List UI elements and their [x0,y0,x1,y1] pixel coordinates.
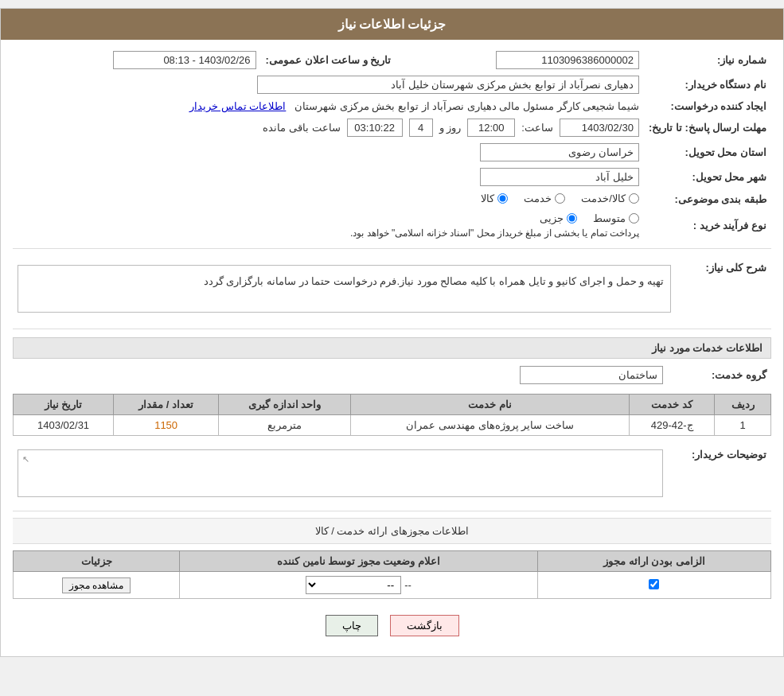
description-value: تهیه و حمل و اجرای کانیو و تایل همراه با… [13,255,676,322]
deadline-remaining-label: ساعت باقی مانده [263,122,340,134]
need-number-box: 1103096386000002 [496,51,639,69]
page-header: جزئیات اطلاعات نیاز [1,9,783,40]
city-value: خلیل آباد [13,165,644,189]
divider-3 [13,511,771,511]
buyer-org-box: دهیاری نصرآباد از توابع بخش مرکزی شهرستا… [257,76,639,94]
services-col-date: تاریخ نیاز [14,395,114,415]
page-wrapper: جزئیات اطلاعات نیاز شماره نیاز: 11030963… [0,8,784,657]
group-label: گروه خدمت: [668,363,771,387]
buyer-org-value: دهیاری نصرآباد از توابع بخش مرکزی شهرستا… [13,72,644,97]
permit-required-cell [537,572,770,599]
description-box: تهیه و حمل و اجرای کانیو و تایل همراه با… [18,265,671,313]
deadline-remaining-box: 03:10:22 [347,119,403,137]
category-khadamat-radio[interactable] [555,193,565,204]
process-label: نوع فرآیند خرید : [644,209,771,242]
process-motovaset-label: متوسط [593,212,626,224]
services-col-row: ردیف [715,395,771,415]
category-kala-khadamat-option[interactable]: کالا/خدمت [581,192,639,204]
permit-status-dropdown[interactable]: -- [306,576,401,594]
services-section-title: اطلاعات خدمات مورد نیاز [13,337,771,359]
process-note: پرداخت تمام یا بخشی از مبلغ خریداز محل "… [350,227,639,239]
category-khadamat-label: خدمت [524,192,552,204]
process-motovaset-radio[interactable] [629,213,639,224]
deadline-days-label: روز و [439,122,462,134]
table-row: -- -- مشاهده مجوز [14,572,771,599]
permit-col-required: الزامی بودن ارائه مجوز [537,551,770,572]
print-button[interactable]: چاپ [326,615,378,636]
announce-datetime-box: 1403/02/26 - 08:13 [113,51,256,69]
province-box: خراسان رضوی [480,143,639,161]
deadline-time-box: 12:00 [467,119,515,137]
buyer-notes-box: ↖ [18,449,663,497]
services-col-qty: تعداد / مقدار [114,395,219,415]
need-number-label: شماره نیاز: [644,48,771,72]
category-row: کالا/خدمت خدمت کالا [13,189,644,209]
description-table: شرح کلی نیاز: تهیه و حمل و اجرای کانیو و… [13,255,771,322]
view-permit-button[interactable]: مشاهده مجوز [62,577,131,593]
need-number-value: 1103096386000002 [396,48,644,72]
services-col-name: نام خدمت [351,395,630,415]
buyer-org-label: نام دستگاه خریدار: [644,72,771,97]
permit-status-cell: -- -- [180,572,538,599]
back-button[interactable]: بازگشت [390,615,459,636]
table-row: 1 ج-42-429 ساخت سایر پروژه‌های مهندسی عم… [14,415,771,436]
creator-text: شیما شجیعی کارگر مسئول مالی دهیاری نصرآب… [294,100,639,112]
description-label: شرح کلی نیاز: [676,255,771,322]
permit-table: الزامی بودن ارائه مجوز اعلام وضعیت مجوز … [13,550,771,599]
process-jozi-label: جزیی [540,212,564,224]
announce-datetime-label: تاریخ و ساعت اعلان عمومی: [261,48,396,72]
process-row: متوسط جزیی پرداخت تمام یا بخشی از مبلغ خ… [13,209,644,242]
permit-section-title: اطلاعات مجوزهای ارائه خدمت / کالا [13,518,771,544]
permit-col-details: جزئیات [14,551,180,572]
process-jozi-radio[interactable] [567,213,577,224]
process-motovaset-option[interactable]: متوسط [593,212,639,224]
city-box: خلیل آباد [480,168,639,186]
deadline-row: 1403/02/30 ساعت: 12:00 روز و 4 03:10:22 … [13,115,644,140]
creator-value: شیما شجیعی کارگر مسئول مالی دهیاری نصرآب… [13,97,644,115]
content-area: شماره نیاز: 1103096386000002 تاریخ و ساع… [1,40,783,656]
cell-name: ساخت سایر پروژه‌های مهندسی عمران [351,415,630,436]
process-jozi-option[interactable]: جزیی [540,212,577,224]
creator-label: ایجاد کننده درخواست: [644,97,771,115]
announce-datetime-value: 1403/02/26 - 08:13 [13,48,261,72]
category-khadamat-option[interactable]: خدمت [524,192,565,204]
buyer-notes-label: توضیحات خریدار: [668,442,771,504]
city-label: شهر محل تحویل: [644,165,771,189]
deadline-label: مهلت ارسال پاسخ: تا تاریخ: [644,115,771,140]
province-value: خراسان رضوی [13,140,644,165]
page-title: جزئیات اطلاعات نیاز [338,17,447,31]
permit-status-text: -- [404,579,412,591]
category-kala-label: کالا [481,192,494,204]
buyer-notes-table: توضیحات خریدار: ↖ [13,442,771,504]
divider-1 [13,248,771,249]
category-kala-khadamat-label: کالا/خدمت [581,192,626,204]
cell-code: ج-42-429 [629,415,714,436]
permit-section-label: اطلاعات مجوزهای ارائه خدمت / کالا [315,525,470,537]
permit-required-checkbox[interactable] [649,579,659,589]
cell-unit: مترمربع [219,415,351,436]
province-label: استان محل تحویل: [644,140,771,165]
category-kala-option[interactable]: کالا [481,192,508,204]
deadline-days-box: 4 [409,119,433,137]
category-label: طبقه بندی موضوعی: [644,189,771,209]
permit-col-status: اعلام وضعیت مجوز توسط نامین کننده [180,551,538,572]
services-col-code: کد خدمت [629,395,714,415]
divider-2 [13,329,771,329]
services-col-unit: واحد اندازه گیری [219,395,351,415]
group-value: ساختمان [13,363,668,387]
cell-date: 1403/02/31 [14,415,114,436]
deadline-date-box: 1403/02/30 [560,119,639,137]
deadline-time-label: ساعت: [521,122,553,134]
group-table: گروه خدمت: ساختمان [13,363,771,387]
group-box: ساختمان [520,366,663,384]
cell-row: 1 [715,415,771,436]
permit-details-cell: مشاهده مجوز [14,572,180,599]
creator-contact-link[interactable]: اطلاعات تماس خریدار [189,100,286,112]
category-kala-radio[interactable] [497,193,508,204]
category-kala-khadamat-radio[interactable] [629,193,639,204]
buyer-notes-value: ↖ [13,442,668,504]
cell-qty: 1150 [114,415,219,436]
basic-info-table: شماره نیاز: 1103096386000002 تاریخ و ساع… [13,48,771,242]
footer-buttons: بازگشت چاپ [13,603,771,648]
services-table: ردیف کد خدمت نام خدمت واحد اندازه گیری ت… [13,394,771,436]
